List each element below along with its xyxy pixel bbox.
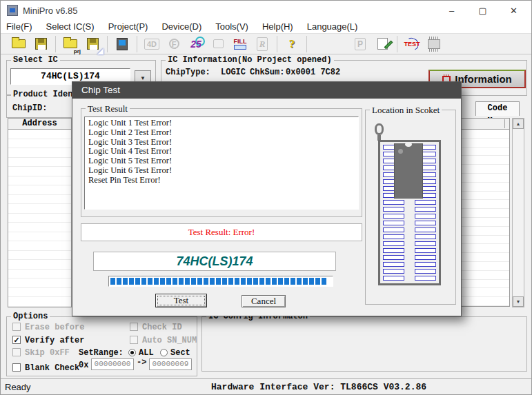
socket-icon[interactable] [425, 35, 443, 53]
toolbar-separator [107, 36, 108, 52]
erase-before-checkbox[interactable] [12, 323, 21, 331]
test-button[interactable]: Test [155, 294, 207, 307]
socket-slot [383, 200, 404, 205]
table-row [8, 278, 71, 288]
minimize-icon[interactable]: – [436, 1, 467, 20]
range-sect-radio[interactable] [160, 349, 168, 356]
test-result-listbox[interactable]: Logic Unit 1 Test Error!Logic Unit 2 Tes… [84, 117, 359, 210]
scroll-up-icon[interactable]: ▲ [513, 119, 524, 129]
help-icon[interactable]: ? [283, 35, 301, 53]
progress-segment [259, 278, 264, 285]
socket-slot [415, 241, 436, 246]
progress-segment [110, 278, 115, 285]
status-hardware-version: Hardware Interface Ver: TL866CS V03.2.86 [211, 382, 426, 392]
range-to-input[interactable]: 00000009 [149, 358, 192, 370]
chip-type-value: LOGIC [221, 68, 246, 77]
scroll-down-icon[interactable]: ▼ [513, 296, 524, 307]
list-item [462, 280, 509, 289]
verify-after-label[interactable]: Verify after [25, 336, 84, 345]
erase-before-label[interactable]: Erase before [25, 323, 84, 332]
window-title: MiniPro v6.85 [23, 6, 77, 16]
address-column-header[interactable]: Address [8, 118, 72, 130]
test-chip-icon[interactable]: TEST [403, 35, 421, 53]
progress-segment [204, 278, 208, 285]
table-row [8, 288, 71, 298]
menu-device[interactable]: Device(D) [155, 21, 208, 32]
code-memo-list[interactable] [461, 130, 510, 307]
copy-buffer-icon[interactable] [209, 35, 227, 53]
table-row [8, 176, 71, 186]
chip-name-display: 74HC(LS)174 [93, 252, 336, 271]
table-row [8, 148, 71, 158]
range-from-input[interactable]: 00000000 [91, 358, 134, 370]
maximize-icon[interactable]: ▢ [467, 1, 498, 20]
reset-icon[interactable]: R [253, 35, 271, 53]
check-id-label[interactable]: Check ID [142, 323, 182, 332]
progress-segment [179, 278, 184, 285]
auto-sn-label[interactable]: Auto SN_NUM [142, 336, 197, 345]
socket-pin-row [383, 207, 436, 212]
socket-pin-row [383, 262, 436, 267]
menu-language[interactable]: Language(L) [300, 21, 365, 32]
blank-check-checkbox[interactable] [12, 363, 21, 372]
ic-config-group: IC Config Informaton [201, 316, 527, 372]
menu-select-ic[interactable]: Select IC(S) [39, 21, 101, 32]
chip-id-icon[interactable]: 4D [143, 35, 161, 53]
code-memo-column-header[interactable] [461, 118, 510, 130]
zoom-25-icon[interactable]: 25 [187, 35, 205, 53]
progress-segment [290, 278, 295, 285]
cancel-button[interactable]: Cancel [242, 295, 286, 307]
progress-segment [216, 278, 221, 285]
save-project-icon[interactable] [83, 35, 101, 53]
error-line: Logic Unit 6 Test Error! [88, 166, 355, 176]
error-line: Logic Unit 3 Test Error! [88, 138, 355, 148]
progress-segment [160, 278, 165, 285]
open-project-icon[interactable]: prj [61, 35, 79, 53]
address-list[interactable] [8, 130, 72, 307]
blank-check-label[interactable]: Blank Check [25, 363, 79, 373]
list-item [462, 218, 509, 227]
set-range-label: SetRange: [79, 348, 124, 358]
status-bar: Ready Hardware Interface Ver: TL866CS V0… [1, 378, 532, 395]
range-all-label[interactable]: ALL [139, 348, 154, 358]
table-row [8, 214, 71, 223]
progress-segment [117, 278, 121, 285]
fill-buffer-icon[interactable]: FILL [231, 35, 249, 53]
edit-buffer-icon[interactable] [373, 35, 391, 53]
auto-sn-checkbox[interactable] [130, 336, 138, 344]
socket-slot [383, 262, 404, 267]
save-file-icon[interactable] [32, 35, 50, 53]
range-sect-label[interactable]: Sect [170, 348, 190, 358]
menu-tools[interactable]: Tools(V) [208, 21, 255, 32]
check-id-checkbox[interactable] [130, 323, 138, 331]
close-icon[interactable]: ✕ [498, 1, 529, 20]
socket-pin-row [383, 241, 436, 246]
options-group: Options Erase before Check ID ✓ Verify a… [6, 316, 197, 376]
skip-0xff-label[interactable]: Skip 0xFF [25, 348, 70, 358]
socket-slot [383, 248, 404, 253]
menu-project[interactable]: Project(P) [101, 21, 155, 32]
device-read-icon[interactable] [113, 35, 131, 53]
program-chip-icon[interactable]: P [351, 35, 369, 53]
range-all-radio[interactable] [128, 349, 136, 356]
select-ic-label: Select IC [11, 55, 60, 65]
tab-code-memo[interactable]: Code Memo [475, 101, 520, 116]
find-icon[interactable]: F [165, 35, 183, 53]
dialog-titlebar[interactable]: Chip Test [72, 82, 461, 99]
socket-slot [383, 227, 404, 232]
socket-slot [383, 276, 404, 281]
list-item [462, 139, 509, 148]
menu-help[interactable]: Help(H) [255, 21, 300, 32]
open-file-icon[interactable] [10, 35, 28, 53]
progress-segment [297, 278, 302, 285]
table-row [8, 223, 71, 232]
socket-slot [383, 269, 404, 274]
vertical-scrollbar[interactable]: ▲ ▼ [512, 118, 524, 307]
window-titlebar[interactable]: MiniPro v6.85 – ▢ ✕ [1, 1, 532, 20]
range-arrow: -> [137, 358, 146, 367]
skip-0xff-checkbox[interactable] [12, 348, 21, 356]
menu-file[interactable]: File(F) [6, 21, 39, 32]
information-button-label: Information [455, 73, 512, 85]
verify-after-checkbox[interactable]: ✓ [12, 336, 21, 344]
error-line: Logic Unit 5 Test Error! [88, 156, 355, 166]
